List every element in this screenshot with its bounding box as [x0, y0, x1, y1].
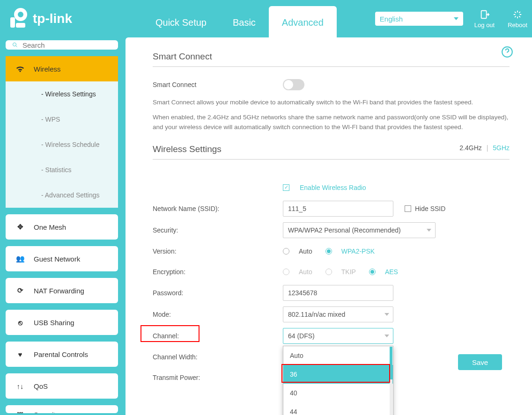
band-24[interactable]: 2.4GHz: [459, 144, 481, 152]
svg-rect-2: [16, 23, 25, 28]
wireless-settings-title: Wireless Settings: [153, 144, 510, 154]
security-select[interactable]: WPA/WPA2 Personal (Recommended): [283, 222, 436, 238]
sub-wps[interactable]: - WPS: [6, 107, 118, 132]
ssid-label: Network Name (SSID):: [153, 205, 283, 212]
channel-option-40[interactable]: 40: [283, 384, 393, 402]
nav-guest-network[interactable]: 👥Guest Network: [6, 246, 118, 271]
guest-icon: 👥: [15, 255, 25, 263]
ssid-input[interactable]: [283, 201, 393, 217]
channel-option-44[interactable]: 44: [283, 402, 393, 415]
search-box[interactable]: [6, 40, 118, 50]
search-input[interactable]: [22, 41, 111, 49]
sub-statistics[interactable]: - Statistics: [6, 157, 118, 182]
nav-qos[interactable]: ↑↓QoS: [6, 373, 118, 399]
topbar: tp-link Quick Setup Basic Advanced Engli…: [0, 0, 532, 37]
sub-wireless-settings[interactable]: - Wireless Settings: [6, 81, 118, 107]
save-button[interactable]: Save: [458, 354, 502, 370]
nat-icon: ⟳: [15, 286, 25, 295]
nav-nat-forwarding[interactable]: ⟳NAT Forwarding: [6, 278, 118, 303]
sub-wireless-schedule[interactable]: - Wireless Schedule: [6, 132, 118, 157]
sub-advanced-settings[interactable]: - Advanced Settings: [6, 182, 118, 208]
enable-radio-label: Enable Wireless Radio: [300, 184, 366, 191]
language-select[interactable]: English: [375, 12, 463, 26]
help-icon: [501, 46, 513, 58]
svg-point-4: [13, 43, 16, 46]
usb-icon: ⎋: [15, 319, 25, 327]
content-panel: Smart Connect Smart Connect Smart Connec…: [126, 37, 532, 415]
version-label: Version:: [153, 248, 283, 255]
brand-logo: tp-link: [7, 8, 91, 29]
svg-point-0: [16, 10, 25, 19]
smart-connect-desc1: Smart Connect allows your mobile device …: [153, 98, 510, 107]
mesh-icon: ✥: [15, 223, 25, 231]
svg-rect-3: [481, 10, 486, 18]
mode-select[interactable]: 802.11a/n/ac mixed: [283, 306, 393, 322]
top-actions: Log out Reboot: [474, 9, 527, 29]
smart-connect-title: Smart Connect: [153, 51, 510, 62]
parental-icon: ♥: [15, 350, 25, 358]
hide-ssid-checkbox[interactable]: [405, 205, 411, 212]
security-label: Security:: [153, 226, 283, 234]
help-button[interactable]: [501, 46, 513, 59]
channel-option-auto[interactable]: Auto: [283, 346, 393, 365]
band-5[interactable]: 5GHz: [493, 144, 510, 152]
qos-icon: ↑↓: [15, 382, 25, 390]
smart-connect-label: Smart Connect: [153, 81, 283, 88]
nav-security[interactable]: 🛡Security: [6, 405, 118, 413]
tab-quick-setup[interactable]: Quick Setup: [142, 6, 220, 37]
sidebar: Wireless - Wireless Settings - WPS - Wir…: [0, 37, 121, 415]
channel-dropdown: Auto 36 40 44 48: [283, 346, 393, 415]
channel-select[interactable]: 64 (DFS): [283, 328, 393, 344]
nav-parental-controls[interactable]: ♥Parental Controls: [6, 342, 118, 367]
reboot-button[interactable]: Reboot: [508, 9, 527, 29]
nav-usb-sharing[interactable]: ⎋USB Sharing: [6, 310, 118, 335]
tp-link-logo-icon: [7, 8, 28, 29]
version-auto-radio[interactable]: [283, 248, 289, 255]
language-value: English: [380, 15, 403, 23]
tab-advanced[interactable]: Advanced: [269, 6, 337, 37]
password-label: Password:: [153, 289, 283, 297]
smart-connect-desc2: When enabled, the 2.4GHz and 5GHz networ…: [153, 113, 510, 132]
encryption-label: Encryption:: [153, 268, 283, 276]
band-tabs: 2.4GHz | 5GHz: [459, 144, 510, 152]
version-wpa2psk-radio[interactable]: [325, 248, 332, 255]
enable-radio-checkbox[interactable]: [283, 184, 289, 191]
transmit-power-label: Transmit Power:: [153, 374, 283, 381]
logout-icon: [480, 9, 490, 20]
hide-ssid-label: Hide SSID: [415, 205, 445, 212]
encryption-auto-radio[interactable]: [283, 269, 289, 275]
brand-text: tp-link: [33, 11, 72, 26]
logout-button[interactable]: Log out: [474, 9, 495, 29]
reboot-icon: [512, 9, 523, 20]
nav-wireless[interactable]: Wireless: [6, 56, 118, 81]
nav-one-mesh[interactable]: ✥One Mesh: [6, 214, 118, 240]
svg-rect-1: [10, 17, 15, 28]
channel-option-36-highlight: [281, 364, 390, 383]
channel-label-highlight: [140, 325, 200, 342]
channel-width-label: Channel Width:: [153, 353, 283, 361]
password-input[interactable]: [283, 285, 393, 301]
encryption-tkip-radio[interactable]: [325, 269, 332, 275]
nav-wireless-sub: - Wireless Settings - WPS - Wireless Sch…: [6, 81, 118, 208]
tab-basic[interactable]: Basic: [220, 6, 269, 37]
smart-connect-toggle[interactable]: [283, 79, 304, 90]
wifi-icon: [15, 64, 25, 74]
search-icon: [12, 40, 18, 50]
security-icon: 🛡: [15, 411, 25, 413]
main-tabs: Quick Setup Basic Advanced: [142, 0, 337, 37]
mode-label: Mode:: [153, 311, 283, 318]
nav-wireless-group: Wireless - Wireless Settings - WPS - Wir…: [6, 56, 118, 208]
encryption-aes-radio[interactable]: [369, 269, 376, 275]
